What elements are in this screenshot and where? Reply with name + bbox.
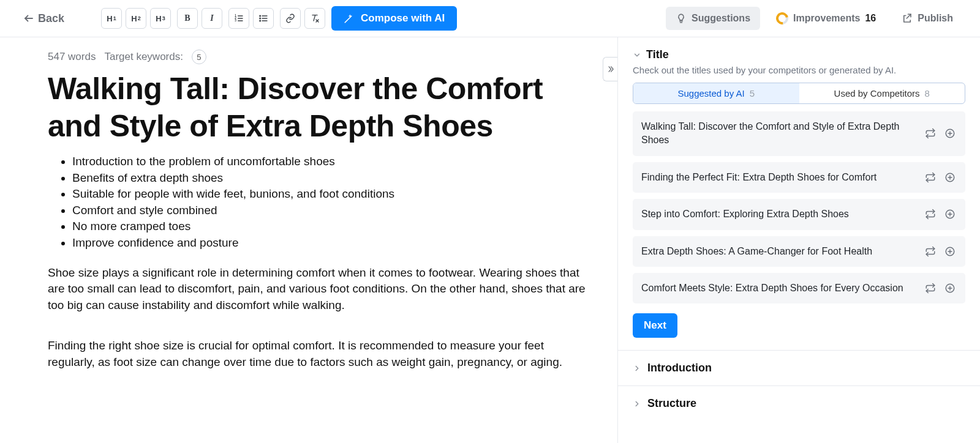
target-keywords-label: Target keywords: [104,51,183,63]
editor-column: 547 words Target keywords: 5 Walking Tal… [0,37,617,443]
suggestion-list: Walking Tall: Discover the Comfort and S… [618,111,980,303]
chevron-right-icon [633,364,641,373]
title-section-header[interactable]: Title [618,37,980,64]
add-button[interactable] [943,207,957,221]
clear-format-button[interactable] [304,8,325,29]
main-area: 547 words Target keywords: 5 Walking Tal… [0,37,980,443]
suggestions-label: Suggestions [692,13,750,24]
structure-section-header[interactable]: Structure [618,385,980,421]
compose-with-ai-button[interactable]: Compose with AI [331,6,457,31]
publish-button[interactable]: Publish [892,7,963,30]
editor-meta: 547 words Target keywords: 5 [48,50,593,64]
suggestion-item: Extra Depth Shoes: A Game-Changer for Fo… [633,236,965,267]
link-button[interactable] [280,8,301,29]
improvements-button[interactable]: Improvements 16 [766,7,886,30]
progress-ring-icon [774,10,791,27]
suggestion-item: Step into Comfort: Exploring Extra Depth… [633,199,965,229]
lightbulb-icon [676,13,687,24]
tab-used-by-competitors[interactable]: Used by Competitors 8 [799,83,965,103]
regenerate-button[interactable] [924,171,937,184]
list-item[interactable]: No more cramped toes [72,218,593,235]
structure-section-label: Structure [647,397,696,410]
svg-point-10 [260,15,261,17]
arrow-left-icon [23,13,34,24]
document-title[interactable]: Walking Tall: Discover the Comfort and S… [48,70,581,145]
h3-button[interactable]: H3 [150,8,171,29]
title-section-label: Title [646,48,669,61]
next-button[interactable]: Next [633,313,677,338]
title-section-hint: Check out the titles used by your compet… [618,64,980,83]
italic-button[interactable]: I [202,8,222,29]
bold-button[interactable]: B [177,8,198,29]
chevron-right-icon [633,400,641,408]
toolbar: Back H1 H2 H3 B I 123 Compose with AI [0,0,980,37]
outline-list[interactable]: Introduction to the problem of uncomfort… [72,154,593,251]
chevron-down-icon [633,51,641,59]
tab-count: 5 [750,88,755,99]
tab-count: 8 [925,88,930,99]
introduction-section-header[interactable]: Introduction [618,350,980,385]
compose-label: Compose with AI [361,12,445,24]
svg-point-12 [260,20,261,21]
paragraph[interactable]: Shoe size plays a significant role in de… [48,265,587,314]
list-item[interactable]: Introduction to the problem of uncomfort… [72,154,593,170]
list-item[interactable]: Comfort and style combined [72,203,593,219]
share-arrow-icon [902,13,913,24]
magic-wand-icon [344,13,355,24]
add-button[interactable] [943,281,957,295]
chevrons-right-icon [606,65,615,73]
list-item[interactable]: Improve confidence and posture [72,235,593,251]
regenerate-button[interactable] [924,245,937,258]
suggestion-item: Walking Tall: Discover the Comfort and S… [633,111,965,156]
suggestions-panel: Title Check out the titles used by your … [617,37,980,443]
regenerate-button[interactable] [924,207,937,221]
add-button[interactable] [943,171,957,184]
title-source-tabs: Suggested by AI 5 Used by Competitors 8 [633,83,965,104]
collapse-panel-button[interactable] [603,57,617,81]
add-button[interactable] [943,245,957,258]
introduction-section-label: Introduction [647,362,712,374]
h2-button[interactable]: H2 [126,8,146,29]
target-keywords-count[interactable]: 5 [192,50,206,64]
publish-label: Publish [918,13,953,24]
suggestion-item: Comfort Meets Style: Extra Depth Shoes f… [633,273,965,303]
heading-group: H1 H2 H3 [101,8,171,29]
suggestion-text: Finding the Perfect Fit: Extra Depth Sho… [641,171,918,184]
improvements-count: 16 [865,13,876,24]
word-count: 547 words [48,51,96,63]
tab-suggested-by-ai[interactable]: Suggested by AI 5 [633,83,799,103]
suggestion-text: Extra Depth Shoes: A Game-Changer for Fo… [641,245,918,258]
unordered-list-button[interactable] [253,8,274,29]
list-item[interactable]: Suitable for people with wide feet, buni… [72,186,593,203]
add-button[interactable] [943,127,957,140]
back-button[interactable]: Back [17,9,70,29]
suggestion-text: Step into Comfort: Exploring Extra Depth… [641,207,918,221]
tab-label: Used by Competitors [834,88,920,99]
format-group: B I [177,8,222,29]
regenerate-button[interactable] [924,127,937,140]
h1-button[interactable]: H1 [101,8,122,29]
regenerate-button[interactable] [924,281,937,295]
improvements-label: Improvements [793,13,860,24]
list-item[interactable]: Benefits of extra depth shoes [72,170,593,187]
back-label: Back [38,12,64,25]
svg-text:3: 3 [235,19,236,22]
paragraph[interactable]: Finding the right shoe size is crucial f… [48,338,587,370]
list-group: 123 [228,8,274,29]
ordered-list-button[interactable]: 123 [228,8,249,29]
suggestions-button[interactable]: Suggestions [666,7,760,30]
svg-point-11 [260,18,261,19]
suggestion-text: Walking Tall: Discover the Comfort and S… [641,120,918,147]
tab-label: Suggested by AI [677,88,744,99]
suggestion-item: Finding the Perfect Fit: Extra Depth Sho… [633,162,965,193]
suggestion-text: Comfort Meets Style: Extra Depth Shoes f… [641,281,918,295]
misc-group [280,8,325,29]
